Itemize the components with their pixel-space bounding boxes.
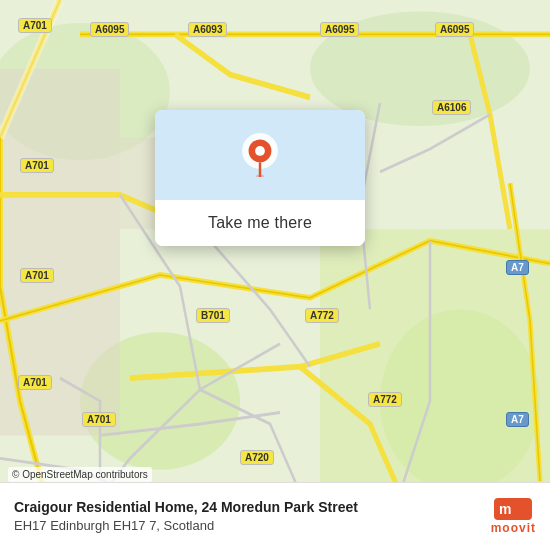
road-badge-a6095-t2: A6095 (320, 22, 359, 37)
road-badge-a7-r: A7 (506, 260, 529, 275)
bottom-bar: Craigour Residential Home, 24 Moredun Pa… (0, 482, 550, 550)
road-badge-a7-bot: A7 (506, 412, 529, 427)
road-badge-b701: B701 (196, 308, 230, 323)
moovit-logo: m moovit (491, 498, 536, 535)
map-popup: Take me there (155, 110, 365, 246)
location-subtitle: EH17 Edinburgh EH17 7, Scotland (14, 517, 481, 535)
road-badge-a772-m: A772 (305, 308, 339, 323)
road-badge-a6095-t3: A6095 (435, 22, 474, 37)
road-badge-a6095-t1: A6095 (90, 22, 129, 37)
road-badge-a701-b2: A701 (82, 412, 116, 427)
moovit-logo-mark-icon: m (494, 498, 532, 520)
svg-point-11 (256, 175, 264, 177)
osm-attribution: © OpenStreetMap contributors (8, 467, 152, 482)
map-container: A701 A6095 A6093 A6095 A6095 A6106 A701 … (0, 0, 550, 550)
location-info: Craigour Residential Home, 24 Moredun Pa… (14, 498, 481, 536)
moovit-text-label: moovit (491, 521, 536, 535)
svg-point-10 (255, 146, 265, 156)
svg-text:m: m (499, 501, 511, 517)
road-badge-a772-bot: A772 (368, 392, 402, 407)
map-popup-pin-area (155, 110, 365, 200)
road-badge-a6106: A6106 (432, 100, 471, 115)
location-pin-icon (238, 133, 282, 177)
svg-point-5 (380, 309, 540, 492)
road-badge-a6093: A6093 (188, 22, 227, 37)
road-badge-a720: A720 (240, 450, 274, 465)
road-badge-a701-ml: A701 (20, 158, 54, 173)
location-title: Craigour Residential Home, 24 Moredun Pa… (14, 498, 481, 518)
road-badge-a701-bot: A701 (18, 375, 52, 390)
road-badge-a701-tl: A701 (18, 18, 52, 33)
road-badge-a701-m2: A701 (20, 268, 54, 283)
take-me-there-button[interactable]: Take me there (155, 200, 365, 246)
